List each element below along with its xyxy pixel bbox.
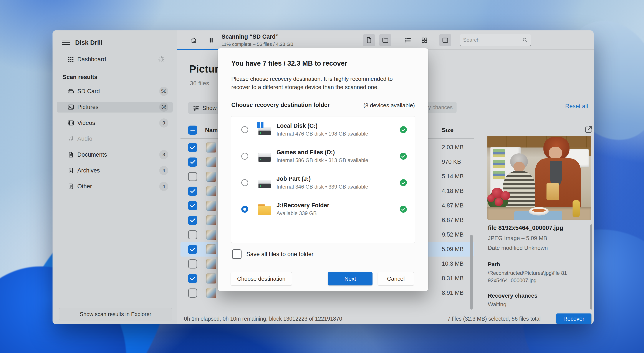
scanning-spinner-icon <box>158 56 165 63</box>
row-checkbox[interactable] <box>188 143 197 152</box>
sidebar-item-archives[interactable]: Archives4 <box>57 165 173 176</box>
preview-recovery-chances-value: Waiting... <box>488 301 511 308</box>
file-size: 10.3 MB <box>442 260 464 267</box>
destination-ok-icon <box>400 179 407 186</box>
list-view-button[interactable] <box>402 34 414 46</box>
file-size: 970 KB <box>442 158 461 165</box>
search-input[interactable]: Search <box>460 34 531 46</box>
file-thumbnail <box>206 244 216 254</box>
folder-view-button[interactable] <box>379 34 392 46</box>
destination-option-job-part-j-[interactable]: Job Part (J:)Internal 346 GB disk • 339 … <box>231 170 415 196</box>
row-checkbox[interactable] <box>188 201 197 210</box>
sidebar-item-dashboard[interactable]: Dashboard <box>57 54 173 65</box>
videos-icon <box>67 120 74 126</box>
destination-radio[interactable] <box>241 206 248 213</box>
destination-radio[interactable] <box>241 179 248 186</box>
recovery-destination-dialog: You have 7 files / 32.3 MB to recover Pl… <box>218 48 428 291</box>
sidebar-item-pictures[interactable]: Pictures36 <box>57 102 173 112</box>
sidebar-item-videos[interactable]: Videos9 <box>57 118 173 128</box>
home-button[interactable] <box>188 34 200 46</box>
show-scan-results-in-explorer-button[interactable]: Show scan results in Explorer <box>59 308 172 320</box>
reset-all-link[interactable]: Reset all <box>565 103 588 110</box>
file-size: 6.87 MB <box>442 217 464 224</box>
sidebar-item-label: Audio <box>77 136 92 142</box>
pause-scan-button[interactable] <box>205 34 217 46</box>
row-checkbox[interactable] <box>188 259 197 268</box>
count-badge: 4 <box>159 182 168 191</box>
checkbox-box[interactable] <box>232 250 242 259</box>
sidebar-item-audio[interactable]: Audio <box>57 134 173 144</box>
row-checkbox[interactable] <box>188 158 197 166</box>
preview-recovery-chances-label: Recovery chances <box>488 292 537 299</box>
save-all-files-checkbox[interactable]: Save all files to one folder <box>232 250 314 259</box>
count-badge: 56 <box>159 87 168 96</box>
row-checkbox[interactable] <box>188 216 197 225</box>
row-checkbox[interactable] <box>188 230 197 240</box>
destination-radio[interactable] <box>241 126 248 133</box>
table-scrollbar[interactable] <box>470 234 473 310</box>
count-badge: 3 <box>159 150 168 159</box>
preview-type-size: JPEG Image – 5.09 MB <box>488 235 547 242</box>
app-title: Disk Drill <box>75 39 102 46</box>
dialog-body-text: Please choose recovery destination. It i… <box>231 75 405 91</box>
recover-button[interactable]: Recover <box>556 314 592 324</box>
select-all-checkbox[interactable] <box>188 126 197 135</box>
next-button[interactable]: Next <box>328 272 372 286</box>
file-thumbnail <box>206 230 216 240</box>
row-checkbox[interactable] <box>188 288 197 298</box>
pictures-icon <box>67 104 74 110</box>
file-size: 8.31 MB <box>442 275 464 282</box>
destination-name: Job Part (J:) <box>276 176 368 182</box>
row-checkbox[interactable] <box>188 274 197 283</box>
preview-panel-toggle-button[interactable] <box>439 34 451 46</box>
selection-summary: 7 files (32.3 MB) selected, 56 files tot… <box>448 316 540 322</box>
sidebar-item-label: Videos <box>77 120 95 126</box>
preview-date-modified: Date modified Unknown <box>488 244 548 251</box>
sidebar-item-label: Other <box>77 183 92 190</box>
file-thumbnail <box>206 186 216 196</box>
size-column-header[interactable]: Size <box>442 127 454 134</box>
count-badge: 4 <box>159 166 168 175</box>
row-checkbox[interactable] <box>188 245 197 254</box>
destination-name: J:\Recovery Folder <box>276 202 329 209</box>
drive-icon <box>258 176 272 189</box>
destination-name: Games and Files (D:) <box>276 149 368 156</box>
destination-option-local-disk-c-[interactable]: Local Disk (C:)Internal 476 GB disk • 19… <box>231 116 415 143</box>
row-checkbox[interactable] <box>188 172 197 181</box>
sidebar-item-sd-card[interactable]: SD Card56 <box>57 86 173 97</box>
row-checkbox[interactable] <box>188 186 197 196</box>
statusbar-divider <box>177 312 594 312</box>
dialog-section-label: Choose recovery destination folder <box>231 102 330 108</box>
destination-name: Local Disk (C:) <box>276 122 368 129</box>
hamburger-menu-button[interactable] <box>62 38 72 46</box>
destination-radio[interactable] <box>241 153 248 160</box>
choose-destination-button[interactable]: Choose destination <box>231 272 292 286</box>
cancel-button[interactable]: Cancel <box>378 272 414 286</box>
preview-image <box>488 136 591 220</box>
file-thumbnail <box>206 201 216 211</box>
scan-status: Scanning “SD Card” 11% complete – 56 fil… <box>222 34 294 47</box>
file-thumbnail <box>206 274 216 284</box>
file-view-button[interactable] <box>363 34 375 46</box>
scan-subtitle: 11% complete – 56 files / 4.28 GB <box>222 42 294 47</box>
file-thumbnail <box>206 157 216 167</box>
documents-icon <box>67 151 74 158</box>
sidebar: Disk Drill Dashboard Scan results SD Car… <box>52 30 177 324</box>
destination-option-j-recovery-folder[interactable]: J:\Recovery FolderAvailable 339 GB <box>231 196 415 222</box>
dialog-title: You have 7 files / 32.3 MB to recover <box>231 60 347 67</box>
destination-option-games-and-files-d-[interactable]: Games and Files (D:)Internal 586 GB disk… <box>231 143 415 170</box>
file-thumbnail <box>206 288 216 298</box>
file-thumbnail <box>206 142 216 152</box>
file-size: 5.09 MB <box>442 246 464 253</box>
folder-icon <box>258 203 272 215</box>
toolbar: Scanning “SD Card” 11% complete – 56 fil… <box>177 30 594 50</box>
drive-icon <box>67 88 74 95</box>
sidebar-item-documents[interactable]: Documents3 <box>57 149 173 160</box>
file-size: 5.14 MB <box>442 173 464 180</box>
destination-details: Internal 586 GB disk • 313 GB available <box>276 157 368 163</box>
windows-drive-icon <box>258 124 272 136</box>
sidebar-item-other[interactable]: Other4 <box>57 181 173 192</box>
grid-view-button[interactable] <box>418 34 430 46</box>
preview-scrollbar[interactable] <box>590 224 592 310</box>
open-external-icon[interactable] <box>584 125 593 134</box>
